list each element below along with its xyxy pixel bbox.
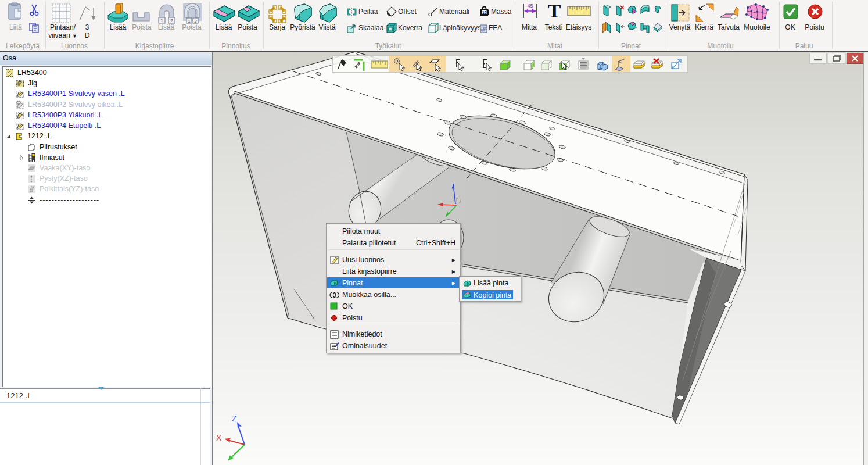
svg-text:45: 45 — [527, 3, 533, 9]
svg-text:X: X — [216, 433, 222, 442]
svg-text:10: 10 — [482, 10, 487, 15]
svg-text:Z: Z — [232, 414, 237, 423]
svg-text:1: 1 — [160, 18, 163, 23]
svg-text:2: 2 — [170, 18, 173, 23]
